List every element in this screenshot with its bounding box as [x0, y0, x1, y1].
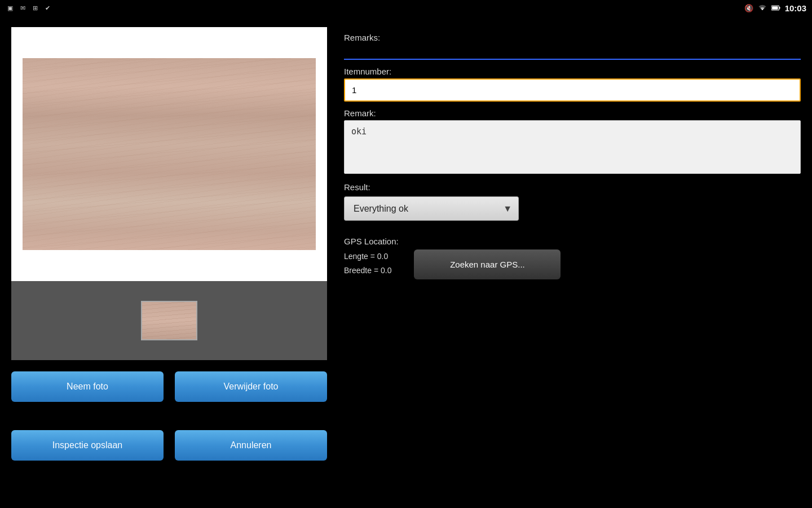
- mute-icon: 🔇: [744, 3, 753, 12]
- mail-icon: ✉: [18, 3, 27, 12]
- photo-action-buttons: Neem foto Verwijder foto: [11, 371, 327, 402]
- wood-grain-texture: [23, 58, 316, 250]
- remarks-label: Remarks:: [344, 33, 801, 42]
- result-label: Result:: [344, 182, 801, 192]
- result-row: Result: Everything ok Minor issue Major …: [344, 182, 801, 221]
- cancel-button[interactable]: Annuleren: [175, 430, 327, 461]
- gps-lengte: Lengte = 0.0: [344, 249, 391, 264]
- photo-thumbnail-bar: [11, 281, 327, 360]
- itemnumber-input[interactable]: [344, 78, 801, 102]
- result-select-wrapper: Everything ok Minor issue Major issue No…: [344, 196, 519, 221]
- notification-icon-3: ✔: [43, 3, 52, 12]
- wifi-icon: [758, 3, 767, 12]
- notification-icon-1: ▣: [6, 3, 15, 12]
- svg-rect-1: [772, 6, 778, 10]
- itemnumber-row: Itemnumber:: [344, 67, 801, 102]
- battery-icon: [771, 3, 780, 12]
- remarks-input[interactable]: [344, 45, 801, 60]
- photo-main-container: [11, 27, 327, 281]
- save-cancel-buttons: Inspectie opslaan Annuleren: [11, 430, 327, 461]
- status-bar-left: ▣ ✉ ⊞ ✔: [6, 3, 52, 12]
- photo-thumbnail[interactable]: [141, 301, 197, 340]
- gps-section: GPS Location: Lengte = 0.0 Breedte = 0.0…: [344, 237, 801, 279]
- thumbnail-wood-texture: [142, 302, 196, 339]
- remark-label: Remark:: [344, 108, 801, 118]
- remarks-row: Remarks:: [344, 33, 801, 60]
- gps-breedte: Breedte = 0.0: [344, 264, 391, 278]
- save-inspection-button[interactable]: Inspectie opslaan: [11, 430, 164, 461]
- photo-main-image: [23, 58, 316, 250]
- status-bar: ▣ ✉ ⊞ ✔ 🔇 10:03: [0, 0, 812, 16]
- remark-row: Remark: oki: [344, 108, 801, 176]
- left-panel: Neem foto Verwijder foto Inspectie opsla…: [11, 27, 327, 497]
- right-panel: Remarks: Itemnumber: Remark: oki Result:…: [344, 27, 801, 497]
- take-photo-button[interactable]: Neem foto: [11, 371, 164, 402]
- gps-coords-block: Lengte = 0.0 Breedte = 0.0: [344, 249, 391, 278]
- notification-icon-2: ⊞: [30, 3, 39, 12]
- remark-textarea[interactable]: oki: [344, 120, 801, 174]
- svg-rect-2: [779, 7, 780, 8]
- status-bar-right: 🔇 10:03: [744, 3, 806, 13]
- gps-button-row: Lengte = 0.0 Breedte = 0.0 Zoeken naar G…: [344, 249, 801, 279]
- gps-location-label: GPS Location:: [344, 237, 801, 246]
- main-content: Neem foto Verwijder foto Inspectie opsla…: [0, 16, 812, 508]
- search-gps-button[interactable]: Zoeken naar GPS...: [414, 249, 561, 279]
- result-select[interactable]: Everything ok Minor issue Major issue No…: [344, 196, 519, 221]
- itemnumber-label: Itemnumber:: [344, 67, 801, 76]
- delete-photo-button[interactable]: Verwijder foto: [175, 371, 327, 402]
- time-display: 10:03: [785, 3, 806, 13]
